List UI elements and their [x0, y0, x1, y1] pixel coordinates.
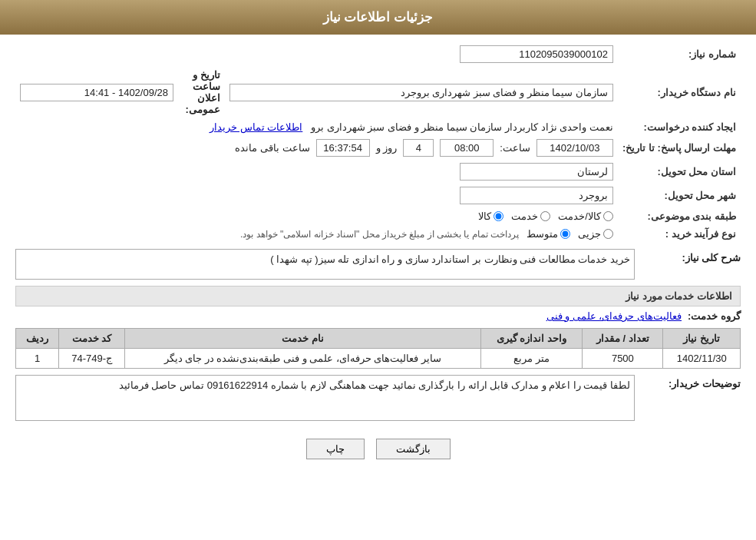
- motavasset-label: متوسط: [527, 228, 558, 240]
- gorooh-value[interactable]: فعالیت‌های حرفه‌ای، علمی و فنی: [546, 310, 682, 322]
- services-table: تاریخ نیاز تعداد / مقدار واحد اندازه گیر…: [15, 328, 741, 369]
- kala-khadamat-label: کالا/خدمت: [558, 210, 601, 222]
- gorooh-row: گروه خدمت: فعالیت‌های حرفه‌ای، علمی و فن…: [15, 310, 741, 322]
- nooe-label: نوع فرآیند خرید :: [618, 225, 741, 243]
- mohlet-label: مهلت ارسال پاسخ: تا تاریخ:: [618, 136, 741, 160]
- roz-label: روز و: [376, 142, 398, 154]
- saat-label: ساعت:: [500, 142, 530, 154]
- row-nooe-farayand: نوع فرآیند خرید : جزیی متوسط پرداخت تمام…: [15, 225, 741, 243]
- sharh-section: شرح کلی نیاز: خرید خدمات مطالعات فنی ونظ…: [15, 249, 741, 280]
- ostan-value: لرستان: [460, 163, 613, 181]
- tabaqe-label: طبقه بندی موضوعی:: [618, 207, 741, 225]
- cell-radif: 1: [16, 349, 59, 369]
- radio-khadamat-input[interactable]: [540, 211, 550, 221]
- print-button[interactable]: چاپ: [306, 439, 365, 459]
- mohlet-time: 08:00: [440, 139, 494, 157]
- page-header: جزئیات اطلاعات نیاز: [0, 0, 756, 35]
- table-header-row: تاریخ نیاز تعداد / مقدار واحد اندازه گیر…: [16, 329, 741, 349]
- tosaif-section: توضیحات خریدار: لطفا قیمت را اعلام و مدا…: [15, 375, 741, 421]
- roz-value: 4: [403, 139, 434, 157]
- row-dasgah: نام دستگاه خریدار: سازمان سیما منظر و فض…: [15, 66, 741, 118]
- dasgah-label: نام دستگاه خریدار:: [618, 66, 741, 118]
- radio-khadamat: خدمت: [511, 210, 550, 222]
- cell-nam: سایر فعالیت‌های حرفه‌ای، علمی و فنی طبقه…: [124, 349, 480, 369]
- row-ostan: استان محل تحویل: لرستان: [15, 160, 741, 184]
- cell-tedad: 7500: [583, 349, 663, 369]
- shahr-value: بروجرد: [460, 187, 613, 204]
- baqi-label: ساعت باقی مانده: [235, 142, 309, 154]
- radio-kala-khadamat: کالا/خدمت: [558, 210, 613, 222]
- radio-motavasset-input[interactable]: [560, 229, 570, 239]
- services-section-title: اطلاعات خدمات مورد نیاز: [15, 286, 741, 306]
- row-ijad: ایجاد کننده درخواست: نعمت واحدی نژاد کار…: [15, 118, 741, 136]
- buttons-row: بازگشت چاپ: [15, 427, 741, 471]
- jozi-label: جزیی: [578, 228, 601, 240]
- radio-kala: کالا: [478, 210, 503, 222]
- ostan-label: استان محل تحویل:: [618, 160, 741, 184]
- table-row: 1402/11/30 7500 متر مربع سایر فعالیت‌های…: [16, 349, 741, 369]
- shomara-value: 1102095039000102: [460, 45, 613, 63]
- cell-vahed: متر مربع: [480, 349, 583, 369]
- tosaif-label: توضیحات خریدار:: [641, 375, 741, 389]
- tosaif-value: لطفا قیمت را اعلام و مدارک قابل ارائه را…: [15, 375, 635, 421]
- page-title: جزئیات اطلاعات نیاز: [323, 10, 433, 25]
- info-table: شماره نیاز: 1102095039000102 نام دستگاه …: [15, 42, 741, 243]
- shomara-label: شماره نیاز:: [618, 42, 741, 66]
- ijad-label: ایجاد کننده درخواست:: [618, 118, 741, 136]
- tarikh-saaat-label: تاریخ و ساعت اعلان عمومی:: [186, 69, 220, 115]
- khadamat-label: خدمت: [511, 210, 538, 222]
- col-tarikh: تاریخ نیاز: [663, 329, 741, 349]
- sharh-label: شرح کلی نیاز:: [641, 249, 741, 263]
- cell-kod: ج-749-74: [59, 349, 125, 369]
- kala-label: کالا: [478, 210, 491, 222]
- cell-tarikh: 1402/11/30: [663, 349, 741, 369]
- radio-kala-khadamat-input[interactable]: [603, 211, 613, 221]
- dasgah-value: سازمان سیما منظر و فضای سبز شهرداری بروج…: [229, 84, 613, 101]
- radio-jozi-input[interactable]: [603, 229, 613, 239]
- baqi-time: 16:37:54: [316, 139, 370, 157]
- row-tabaqe: طبقه بندی موضوعی: کالا خدمت کالا/خدمت: [15, 207, 741, 225]
- row-mohlet: مهلت ارسال پاسخ: تا تاریخ: 1402/10/03 سا…: [15, 136, 741, 160]
- col-nam: نام خدمت: [124, 329, 480, 349]
- shahr-label: شهر محل تحویل:: [618, 184, 741, 207]
- radio-motavasset: متوسط: [527, 228, 570, 240]
- radio-jozi: جزیی: [578, 228, 613, 240]
- row-shomara: شماره نیاز: 1102095039000102: [15, 42, 741, 66]
- gorooh-label: گروه خدمت:: [688, 310, 741, 322]
- col-vahed: واحد اندازه گیری: [480, 329, 583, 349]
- col-tedad: تعداد / مقدار: [583, 329, 663, 349]
- ijad-link[interactable]: اطلاعات تماس خریدار: [210, 121, 302, 133]
- col-radif: ردیف: [16, 329, 59, 349]
- row-shahr: شهر محل تحویل: بروجرد: [15, 184, 741, 207]
- tarikh-etlaan-value: 1402/09/28 - 14:41: [20, 84, 173, 101]
- sharh-value: خرید خدمات مطالعات فنی ونظارت بر استاندا…: [15, 249, 635, 280]
- back-button[interactable]: بازگشت: [376, 439, 451, 459]
- farayand-note: پرداخت تمام یا بخشی از مبلغ خریداز محل "…: [240, 229, 519, 240]
- radio-kala-input[interactable]: [494, 211, 503, 221]
- ijad-value: نعمت واحدی نژاد کاربردار سازمان سیما منظ…: [311, 121, 613, 133]
- mohlet-date: 1402/10/03: [536, 139, 613, 157]
- col-kod: کد خدمت: [59, 329, 125, 349]
